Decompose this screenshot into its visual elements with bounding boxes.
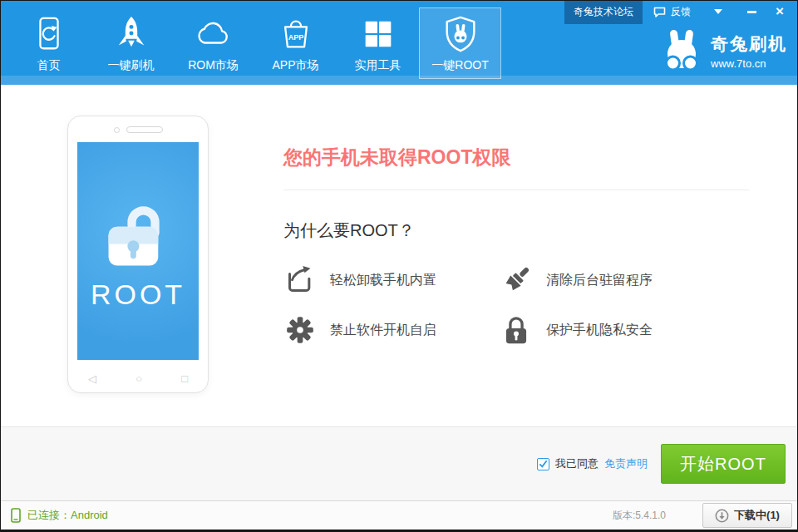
- nav-label: ROM市场: [188, 58, 239, 73]
- speech-bubble-icon: [653, 7, 666, 17]
- titlebar: 奇兔技术论坛 反馈 ×: [564, 1, 797, 22]
- connected-phone-icon: [11, 508, 21, 523]
- nav-label: 一键刷机: [108, 58, 155, 73]
- download-icon: [715, 509, 729, 523]
- unlocked-padlock-icon: [91, 192, 185, 270]
- disclaimer-link[interactable]: 免责声明: [604, 456, 648, 471]
- feature-list: 轻松卸载手机内置 清除后台驻留程序: [283, 263, 716, 347]
- nav-item-tools[interactable]: 实用工具: [337, 7, 419, 79]
- app-window: 奇兔技术论坛 反馈 ×: [0, 0, 798, 532]
- nav-label: 实用工具: [355, 58, 401, 73]
- why-root-heading: 为什么要ROOT？: [283, 219, 415, 242]
- page-title: 您的手机未取得ROOT权限: [283, 145, 510, 170]
- phone-top-detail: [68, 126, 208, 133]
- checkmark-icon: [539, 460, 548, 468]
- grid-icon: [359, 14, 397, 54]
- app-bag-text: APP: [288, 32, 303, 41]
- close-button[interactable]: ×: [769, 2, 797, 22]
- shield-rabbit-icon: [441, 14, 480, 54]
- minimize-icon: [747, 11, 756, 13]
- dropdown-button[interactable]: [702, 9, 735, 14]
- gear-icon: [283, 313, 317, 347]
- phone-illustration: ROOT ◁ ○ □: [67, 116, 209, 393]
- forum-button[interactable]: 奇兔技术论坛: [564, 0, 643, 24]
- feature-autostart: 禁止软件开机自启: [283, 313, 500, 347]
- phone-speaker-slot: [126, 126, 163, 133]
- feature-label: 轻松卸载手机内置: [330, 272, 436, 289]
- feedback-button[interactable]: 反馈: [643, 5, 702, 19]
- home-icon: [30, 14, 68, 54]
- uninstall-icon: [283, 264, 317, 297]
- phone-nav-bar: ◁ ○ □: [88, 372, 188, 385]
- action-bar: 我已同意 免责声明 开始ROOT: [1, 426, 797, 500]
- chevron-down-icon: [714, 9, 722, 14]
- agreement-row: 我已同意 免责声明: [537, 427, 648, 500]
- lock-icon: [500, 313, 533, 347]
- brand-site: www.7to.cn: [711, 57, 787, 70]
- download-label: 下载中(1): [734, 508, 780, 523]
- nav-item-rom-market[interactable]: ROM市场: [172, 7, 254, 79]
- main-nav: 首页 一键刷机: [7, 1, 501, 85]
- feature-label: 清除后台驻留程序: [546, 272, 653, 289]
- start-root-button[interactable]: 开始ROOT: [661, 444, 786, 484]
- nav-label: 一键ROOT: [431, 58, 488, 73]
- download-button[interactable]: 下载中(1): [702, 503, 792, 528]
- nav-item-one-key-root[interactable]: 一键ROOT: [419, 7, 501, 79]
- version-label: 版本:5.4.1.0: [613, 509, 666, 523]
- feature-label: 禁止软件开机自启: [330, 322, 436, 339]
- nav-item-app-market[interactable]: APP APP市场: [254, 7, 337, 79]
- rabbit-logo-icon: [661, 28, 702, 73]
- nav-item-home[interactable]: 首页: [7, 7, 90, 79]
- phone-home-icon: ○: [135, 372, 142, 385]
- app-header: 奇兔技术论坛 反馈 ×: [1, 1, 797, 85]
- app-bag-icon: APP: [277, 14, 315, 54]
- agree-label: 我已同意: [555, 456, 598, 471]
- brand-name: 奇兔刷机: [711, 32, 787, 56]
- status-bar: 已连接：Android 版本:5.4.1.0 下载中(1): [1, 500, 797, 530]
- title-divider: [283, 190, 749, 190]
- main-content: ROOT ◁ ○ □ 您的手机未取得ROOT权限 为什么要ROOT？ 轻松卸载手…: [1, 85, 797, 426]
- agree-checkbox[interactable]: [537, 458, 549, 470]
- cloud-icon: [195, 14, 233, 54]
- screen-root-label: ROOT: [91, 278, 185, 311]
- feature-privacy: 保护手机隐私安全: [500, 313, 716, 347]
- feature-clean: 清除后台驻留程序: [500, 263, 716, 298]
- connection-label: 已连接：Android: [27, 508, 108, 523]
- feature-label: 保护手机隐私安全: [546, 322, 653, 339]
- minimize-button[interactable]: [735, 11, 769, 13]
- phone-screen: ROOT: [77, 142, 199, 360]
- nav-label: APP市场: [272, 58, 318, 73]
- phone-back-icon: ◁: [88, 372, 96, 385]
- rocket-icon: [112, 14, 150, 54]
- brand-logo: 奇兔刷机 www.7to.cn: [661, 28, 787, 73]
- nav-item-flash[interactable]: 一键刷机: [90, 7, 172, 79]
- nav-label: 首页: [37, 58, 61, 73]
- feedback-label: 反馈: [671, 5, 691, 19]
- connection-status: 已连接：Android: [11, 508, 108, 523]
- phone-camera-dot: [114, 127, 120, 133]
- feature-uninstall: 轻松卸载手机内置: [283, 263, 500, 298]
- phone-recent-icon: □: [181, 372, 188, 385]
- brush-icon: [500, 264, 533, 297]
